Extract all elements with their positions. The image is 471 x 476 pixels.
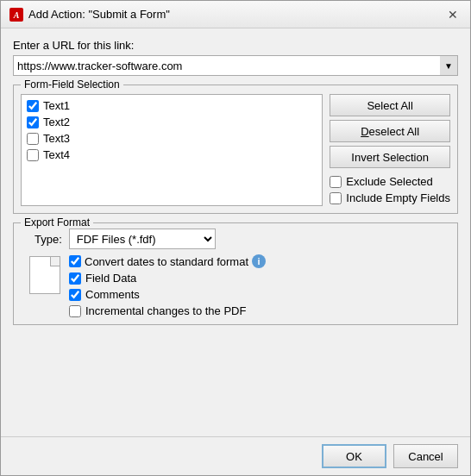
form-field-section: Text1 Text2 Text3 Text4 xyxy=(21,91,450,206)
field-data-checkbox[interactable] xyxy=(69,272,81,285)
dialog-footer: OK Cancel xyxy=(1,436,470,475)
field-data-label: Field Data xyxy=(85,272,136,285)
comments-checkbox[interactable] xyxy=(69,289,81,301)
close-button[interactable]: ✕ xyxy=(444,6,462,23)
add-action-dialog: A Add Action: "Submit a Form" ✕ Enter a … xyxy=(0,0,471,476)
field-checkbox-text3[interactable] xyxy=(27,133,39,145)
comments-row: Comments xyxy=(69,288,266,301)
exclude-selected-label: Exclude Selected xyxy=(346,175,432,188)
incremental-changes-label: Incremental changes to the PDF xyxy=(85,304,246,317)
url-dropdown-button[interactable]: ▼ xyxy=(440,56,457,75)
type-label: Type: xyxy=(35,233,62,246)
form-field-group-title: Form-Field Selection xyxy=(21,78,123,91)
cancel-button[interactable]: Cancel xyxy=(393,444,458,468)
type-select[interactable]: FDF Files (*.fdf) XFDF Files (*.xfdf) HT… xyxy=(69,229,216,249)
checkbox-options: Exclude Selected Include Empty Fields xyxy=(330,175,450,204)
convert-dates-label: Convert dates to standard format xyxy=(85,255,248,268)
invert-selection-button[interactable]: Invert Selection xyxy=(330,146,450,168)
url-section: Enter a URL for this link: ▼ xyxy=(13,39,458,76)
dialog-body: Enter a URL for this link: ▼ Form-Field … xyxy=(1,28,470,436)
field-label-text2: Text2 xyxy=(43,116,70,128)
field-item-text4: Text4 xyxy=(25,147,318,162)
export-format-title: Export Format xyxy=(21,216,93,229)
dialog-title: Add Action: "Submit a Form" xyxy=(28,8,170,21)
app-icon: A xyxy=(9,8,23,22)
incremental-changes-checkbox[interactable] xyxy=(69,305,81,317)
field-checkbox-text4[interactable] xyxy=(27,149,39,161)
incremental-changes-row: Incremental changes to the PDF xyxy=(69,304,266,317)
select-all-button[interactable]: Select All xyxy=(330,94,450,116)
field-item-text2: Text2 xyxy=(25,115,318,129)
title-bar-left: A Add Action: "Submit a Form" xyxy=(9,8,170,22)
field-checkbox-text2[interactable] xyxy=(27,116,39,128)
include-empty-fields-label: Include Empty Fields xyxy=(346,191,450,204)
export-options: Convert dates to standard format i Field… xyxy=(21,254,450,317)
url-input[interactable] xyxy=(14,56,440,75)
convert-dates-row: Convert dates to standard format i xyxy=(69,254,266,268)
field-item-text3: Text3 xyxy=(25,131,318,146)
file-icon xyxy=(29,256,60,294)
field-list: Text1 Text2 Text3 Text4 xyxy=(21,94,323,206)
exclude-selected-checkbox[interactable] xyxy=(330,176,342,188)
url-label: Enter a URL for this link: xyxy=(13,39,458,52)
export-checkboxes: Convert dates to standard format i Field… xyxy=(69,254,266,317)
field-item-text1: Text1 xyxy=(25,98,318,113)
include-empty-fields-item: Include Empty Fields xyxy=(330,191,450,204)
field-label-text4: Text4 xyxy=(43,148,70,161)
form-field-group: Form-Field Selection Text1 Text2 Text3 xyxy=(13,85,458,214)
convert-dates-checkbox[interactable] xyxy=(69,255,81,267)
export-type-row: Type: FDF Files (*.fdf) XFDF Files (*.xf… xyxy=(21,229,450,249)
comments-label: Comments xyxy=(85,288,140,301)
url-input-wrap: ▼ xyxy=(13,55,458,76)
svg-text:A: A xyxy=(13,10,20,20)
field-label-text1: Text1 xyxy=(43,99,70,112)
deselect-all-button[interactable]: Deselect All xyxy=(330,120,450,142)
field-label-text3: Text3 xyxy=(43,132,70,145)
field-buttons-panel: Select All Deselect All Invert Selection… xyxy=(330,94,450,206)
ok-button[interactable]: OK xyxy=(322,444,386,468)
info-icon[interactable]: i xyxy=(252,254,266,268)
include-empty-fields-checkbox[interactable] xyxy=(330,192,342,204)
field-data-row: Field Data xyxy=(69,272,266,285)
field-checkbox-text1[interactable] xyxy=(27,100,39,112)
export-format-group: Export Format Type: FDF Files (*.fdf) XF… xyxy=(13,222,458,325)
exclude-selected-item: Exclude Selected xyxy=(330,175,450,188)
deselect-all-label: eselect All xyxy=(369,125,420,138)
title-bar: A Add Action: "Submit a Form" ✕ xyxy=(1,1,470,28)
